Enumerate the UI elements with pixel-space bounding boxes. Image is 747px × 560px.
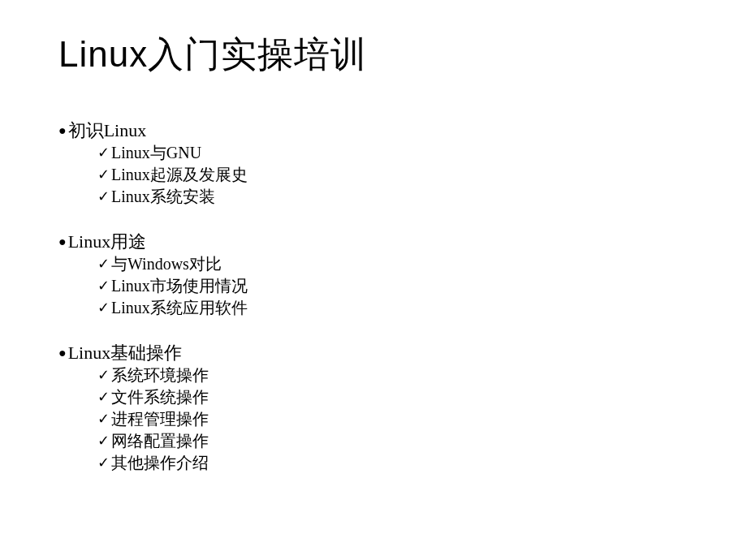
list-item: ✓ 系统环境操作 [97, 364, 689, 386]
sub-list: ✓ 与Windows对比 ✓ Linux市场使用情况 ✓ Linux系统应用软件 [97, 253, 689, 319]
list-item: ✓ 进程管理操作 [97, 408, 689, 430]
check-icon: ✓ [97, 430, 110, 452]
slide-title: Linux入门实操培训 [58, 31, 689, 79]
section-1: ● 初识Linux ✓ Linux与GNU ✓ Linux起源及发展史 ✓ Li… [58, 119, 689, 208]
list-item-text: Linux系统应用软件 [111, 297, 248, 319]
sub-list: ✓ Linux与GNU ✓ Linux起源及发展史 ✓ Linux系统安装 [97, 142, 689, 208]
list-item: ✓ Linux系统应用软件 [97, 297, 689, 319]
check-icon: ✓ [97, 142, 110, 164]
check-icon: ✓ [97, 386, 110, 408]
list-item-text: Linux系统安装 [111, 186, 215, 208]
list-item-text: 与Windows对比 [111, 253, 222, 275]
list-item-text: 网络配置操作 [111, 430, 209, 452]
list-item: ✓ Linux起源及发展史 [97, 164, 689, 186]
list-item: ✓ Linux与GNU [97, 142, 689, 164]
check-icon: ✓ [97, 164, 110, 186]
list-item: ✓ 与Windows对比 [97, 253, 689, 275]
list-item-text: 系统环境操作 [111, 364, 209, 386]
bullet-icon: ● [58, 119, 67, 142]
section-header: ● 初识Linux [58, 119, 689, 142]
list-item: ✓ Linux系统安装 [97, 186, 689, 208]
sub-list: ✓ 系统环境操作 ✓ 文件系统操作 ✓ 进程管理操作 ✓ 网络配置操作 ✓ 其他… [97, 364, 689, 474]
list-item-text: 其他操作介绍 [111, 452, 209, 474]
check-icon: ✓ [97, 253, 110, 275]
check-icon: ✓ [97, 186, 110, 208]
bullet-icon: ● [58, 342, 67, 364]
check-icon: ✓ [97, 408, 110, 430]
list-item-text: 文件系统操作 [111, 386, 209, 408]
section-header: ● Linux基础操作 [58, 342, 689, 364]
list-item-text: Linux与GNU [111, 142, 201, 164]
list-item: ✓ Linux市场使用情况 [97, 275, 689, 297]
list-item-text: Linux市场使用情况 [111, 275, 248, 297]
bullet-icon: ● [58, 230, 67, 253]
list-item-text: 进程管理操作 [111, 408, 209, 430]
section-header-text: Linux用途 [68, 230, 147, 253]
list-item-text: Linux起源及发展史 [111, 164, 248, 186]
section-2: ● Linux用途 ✓ 与Windows对比 ✓ Linux市场使用情况 ✓ L… [58, 230, 689, 319]
list-item: ✓ 文件系统操作 [97, 386, 689, 408]
section-header-text: Linux基础操作 [68, 342, 183, 364]
check-icon: ✓ [97, 275, 110, 297]
section-header: ● Linux用途 [58, 230, 689, 253]
section-3: ● Linux基础操作 ✓ 系统环境操作 ✓ 文件系统操作 ✓ 进程管理操作 ✓… [58, 342, 689, 474]
list-item: ✓ 其他操作介绍 [97, 452, 689, 474]
check-icon: ✓ [97, 364, 110, 386]
list-item: ✓ 网络配置操作 [97, 430, 689, 452]
section-header-text: 初识Linux [68, 119, 147, 142]
check-icon: ✓ [97, 297, 110, 319]
check-icon: ✓ [97, 452, 110, 474]
